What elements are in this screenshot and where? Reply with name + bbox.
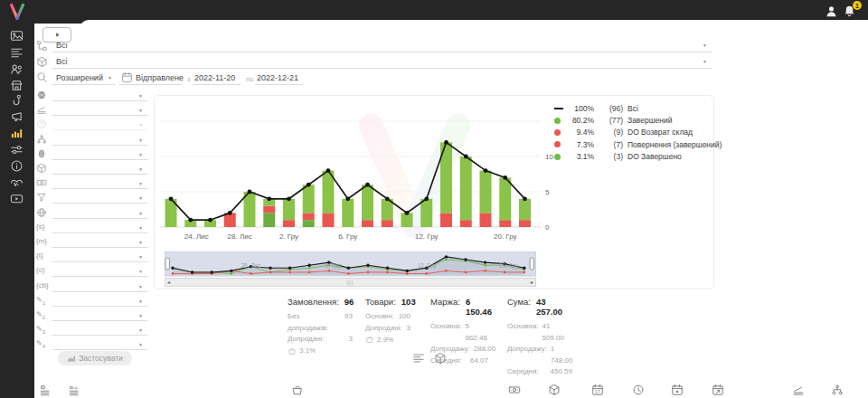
date-type-select[interactable]: Відправлене — [136, 73, 184, 82]
mini-overview-chart[interactable]: 28. Лис5. Гру12. Гру19. Гру — [165, 251, 536, 277]
chevron-down-icon[interactable]: ▼ — [138, 254, 143, 260]
sidebar-item-info[interactable] — [10, 159, 24, 173]
view-toggle-list[interactable] — [412, 352, 425, 365]
filter-select-bracket-m[interactable] — [52, 247, 147, 248]
sidebar-item-megaphone[interactable] — [10, 109, 24, 123]
chevron-down-icon[interactable]: ▼ — [138, 93, 143, 99]
legend-item-4[interactable]: 3.1%(3)DO Завершено — [554, 151, 722, 163]
chevron-down-icon[interactable]: ▼ — [138, 240, 143, 245]
filter-select-hierarchy[interactable] — [52, 145, 147, 146]
info-icon — [10, 159, 24, 173]
id-o-lines-icon: ID-o — [69, 384, 81, 396]
bottom-bar-hierarchy-icon[interactable] — [831, 384, 844, 396]
bottom-bar-cube-icon[interactable] — [548, 384, 561, 396]
legend-item-1[interactable]: 80.2%(77)Завершений — [554, 114, 722, 126]
chevron-down-icon[interactable]: ▼ — [138, 108, 143, 113]
bottom-bar-calendar-17-icon[interactable]: 17 — [591, 384, 604, 396]
chevron-down-icon[interactable]: ▼ — [138, 166, 143, 172]
filter-select-globe-wire[interactable] — [52, 218, 147, 219]
chevron-down-icon[interactable]: ▼ — [108, 75, 112, 81]
user-avatar[interactable] — [825, 5, 838, 18]
chevron-down-icon[interactable]: ▼ — [138, 211, 143, 216]
bottom-bar-clock-icon[interactable] — [632, 384, 645, 396]
sidebar-item-handshake[interactable] — [10, 175, 24, 189]
stat-row-label: Основна: — [507, 321, 538, 344]
filter-select-help[interactable] — [52, 129, 147, 130]
bottom-bar-id-lines-icon[interactable]: ID — [40, 384, 52, 396]
filter-select-fingerprint[interactable] — [52, 159, 147, 160]
legend-count: (96) — [600, 104, 623, 113]
chevron-down-icon[interactable]: ▼ — [703, 43, 707, 48]
chevron-down-icon[interactable]: ▼ — [177, 75, 182, 81]
legend-item-3[interactable]: 7.3%(7)Повернення (завершений) — [554, 138, 722, 150]
sidebar-item-sliders[interactable] — [10, 143, 24, 156]
app-logo[interactable] — [6, 3, 28, 21]
sidebar-item-video[interactable] — [10, 192, 24, 205]
chevron-down-icon[interactable]: ▼ — [138, 181, 143, 186]
basket-icon — [288, 346, 297, 355]
bottom-bar-ramp-icon[interactable] — [792, 384, 805, 396]
sidebar-item-card[interactable] — [10, 29, 24, 43]
chevron-down-icon[interactable]: ▼ — [703, 59, 707, 64]
calendar-icon — [121, 71, 133, 83]
sidebar-item-list[interactable] — [10, 46, 24, 60]
bottom-bar-calendar-dot-icon[interactable] — [671, 384, 684, 396]
date-to-input[interactable]: 2022-12-21 — [257, 73, 298, 82]
chevron-down-icon[interactable]: ▼ — [138, 342, 143, 347]
ramp-icon — [36, 104, 47, 115]
search-mode-select[interactable]: Розширений — [56, 73, 103, 82]
apply-button[interactable]: Застосувати — [58, 351, 132, 365]
scroll-left-arrow[interactable]: ◂ — [165, 280, 172, 285]
date-from-input[interactable]: 2022-11-20 — [194, 73, 235, 82]
bottom-bar-calendar-arrow-icon[interactable] — [712, 384, 724, 396]
view-toggle-cube[interactable] — [434, 352, 447, 365]
video-icon — [10, 192, 24, 205]
filter-select-bracket-cb[interactable] — [52, 291, 147, 292]
filter-select-bracket-c[interactable] — [52, 276, 147, 277]
fingerprint-icon — [36, 148, 47, 159]
sidebar-item-users[interactable] — [10, 62, 24, 76]
filter-select-globe[interactable] — [52, 100, 147, 101]
mini-scrollbar[interactable]: ◂ ||| ▸ — [165, 278, 536, 287]
bottom-bar-id-o-lines-icon[interactable]: ID-o — [69, 384, 81, 396]
chevron-down-icon[interactable]: ▼ — [138, 313, 143, 318]
sidebar-item-store[interactable] — [10, 79, 24, 92]
stat-footer-value: 2.9% — [377, 336, 393, 344]
filter-select-pencil-1[interactable] — [52, 306, 147, 307]
legend-item-0[interactable]: 100%(96)Всі — [554, 102, 722, 114]
chevron-down-icon[interactable]: ▼ — [138, 122, 143, 128]
bottom-bar-basket-icon[interactable] — [291, 384, 304, 396]
filter-select-ramp[interactable] — [52, 115, 147, 116]
svg-text:2. Гру: 2. Гру — [279, 232, 298, 241]
play-chip-button[interactable] — [42, 27, 71, 43]
legend-count: (3) — [600, 152, 623, 161]
chevron-down-icon[interactable]: ▼ — [138, 152, 143, 157]
filter-select-bracket-s[interactable] — [52, 232, 147, 233]
scroll-grip[interactable]: ||| — [347, 280, 354, 285]
chevron-down-icon[interactable]: ▼ — [138, 298, 143, 304]
filter-select-pencil-3[interactable] — [52, 335, 147, 336]
filter-select-banknote[interactable] — [52, 188, 147, 189]
sidebar-item-chart[interactable] — [10, 126, 24, 139]
filter-select-cube[interactable] — [52, 174, 147, 175]
svg-text:28. Лис: 28. Лис — [241, 262, 261, 269]
legend-item-2[interactable]: 9.4%(9)DO Возврат склад — [554, 127, 722, 138]
ramp-icon — [792, 384, 805, 396]
filter-select-funnel[interactable] — [52, 203, 147, 204]
filter-product-select[interactable]: Всі — [56, 57, 68, 66]
chevron-down-icon[interactable]: ▼ — [138, 327, 143, 333]
chevron-down-icon[interactable]: ▼ — [138, 195, 143, 201]
chevron-down-icon[interactable]: ▼ — [138, 284, 143, 289]
chevron-down-icon[interactable]: ▼ — [138, 225, 143, 231]
legend-count: (7) — [600, 140, 623, 149]
svg-text:12. Гру: 12. Гру — [417, 262, 437, 270]
banknote-icon — [508, 384, 521, 396]
sidebar-item-hook[interactable] — [10, 93, 24, 107]
chevron-down-icon[interactable]: ▼ — [138, 269, 143, 274]
bottom-bar-banknote-icon[interactable] — [508, 384, 521, 396]
chevron-down-icon[interactable]: ▼ — [138, 137, 143, 143]
filter-select-bracket-t[interactable] — [52, 261, 147, 262]
scroll-right-arrow[interactable]: ▸ — [529, 280, 535, 285]
legend-line-marker — [554, 108, 567, 109]
filter-select-pencil-2[interactable] — [52, 320, 147, 321]
